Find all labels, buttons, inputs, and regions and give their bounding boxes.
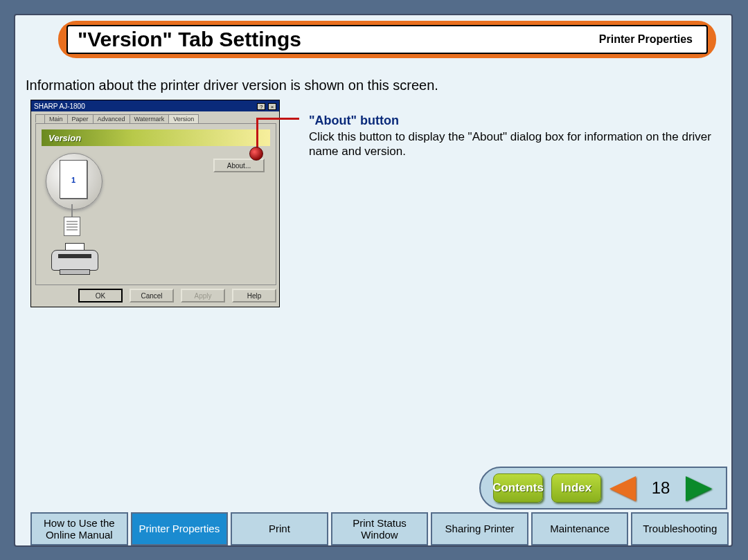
page-number: 18: [648, 478, 673, 498]
nav-print-status[interactable]: Print StatusWindow: [331, 512, 429, 545]
nav-maintenance[interactable]: Maintenance: [531, 512, 629, 545]
description-body: Click this button to display the "About"…: [309, 129, 738, 159]
preview-page-number: 1: [71, 176, 75, 184]
help-icon: ?: [257, 103, 265, 110]
callout-dot: [249, 147, 263, 161]
printer-tab-icon: [35, 114, 45, 123]
tab-version[interactable]: Version: [168, 114, 199, 123]
tab-main[interactable]: Main: [44, 114, 68, 123]
bottom-nav: How to Use theOnline Manual Printer Prop…: [30, 512, 729, 545]
close-icon: ×: [268, 103, 276, 110]
tab-advanced[interactable]: Advanced: [93, 114, 130, 123]
index-button[interactable]: Index: [551, 473, 601, 503]
dialog-tabs: Main Paper Advanced Watermark Version: [35, 114, 198, 123]
preview-connector: [71, 204, 73, 217]
callout-line-h: [256, 118, 299, 120]
arrow-right-icon: [686, 476, 712, 501]
preview-printer-icon: [51, 243, 98, 276]
dialog-buttons: OK Cancel Apply Help: [34, 289, 276, 304]
page-title: "Version" Tab Settings: [78, 28, 301, 51]
panel-header-label: Version: [42, 133, 81, 143]
description: "About" button Click this button to disp…: [309, 114, 738, 159]
cancel-button[interactable]: Cancel: [130, 289, 174, 302]
ok-button[interactable]: OK: [78, 289, 123, 302]
dialog-screenshot: SHARP AJ-1800 ? × Main Paper Advanced Wa…: [30, 100, 280, 307]
arrow-left-icon: [609, 476, 636, 501]
description-heading: "About" button: [309, 114, 738, 128]
preview-document-icon: [64, 217, 80, 236]
title-pill: "Version" Tab Settings Printer Propertie…: [58, 21, 716, 58]
help-button[interactable]: Help: [232, 289, 276, 302]
panel-header: Version: [42, 129, 270, 146]
page-nav: Contents Index 18: [479, 467, 727, 509]
dialog-titlebar: SHARP AJ-1800 ? ×: [31, 100, 279, 111]
about-button[interactable]: About...: [213, 159, 265, 172]
next-page-button[interactable]: [682, 473, 712, 503]
tab-paper[interactable]: Paper: [67, 114, 93, 123]
nav-sharing[interactable]: Sharing Printer: [431, 512, 528, 545]
titlebar-buttons: ? ×: [256, 102, 276, 110]
page-section: Printer Properties: [599, 33, 697, 46]
prev-page-button[interactable]: [609, 473, 640, 503]
dialog-title: SHARP AJ-1800: [34, 102, 85, 110]
preview-page-icon: 1: [60, 160, 87, 199]
contents-button[interactable]: Contents: [493, 473, 543, 503]
apply-button: Apply: [181, 289, 225, 302]
dialog-panel: Version 1 About...: [35, 123, 276, 285]
nav-printer-properties[interactable]: Printer Properties: [131, 512, 229, 545]
page: "Version" Tab Settings Printer Propertie…: [14, 14, 733, 547]
title-pill-inner: "Version" Tab Settings Printer Propertie…: [66, 25, 708, 54]
nav-print[interactable]: Print: [231, 512, 328, 545]
nav-troubleshooting[interactable]: Troubleshooting: [631, 512, 729, 545]
intro-text: Information about the printer driver ver…: [26, 78, 438, 93]
tab-watermark[interactable]: Watermark: [130, 114, 170, 123]
nav-howto[interactable]: How to Use theOnline Manual: [30, 512, 128, 545]
